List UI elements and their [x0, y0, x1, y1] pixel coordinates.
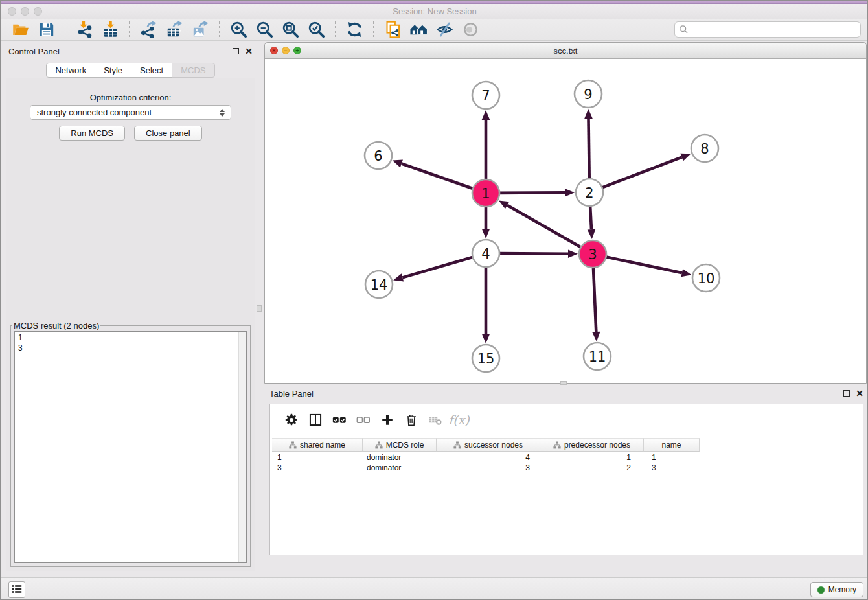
table-cell[interactable]: 3: [437, 463, 540, 473]
column-header-shared-name[interactable]: shared name: [272, 438, 363, 452]
run-mcds-button[interactable]: Run MCDS: [59, 126, 125, 141]
window-title: Session: New Session: [1, 6, 868, 16]
tab-mcds[interactable]: MCDS: [172, 63, 214, 78]
graph-edge-3-11[interactable]: [592, 266, 600, 341]
graph-node-1[interactable]: 1: [472, 179, 499, 207]
settings-button[interactable]: [279, 409, 303, 431]
graph-edge-2-9[interactable]: [584, 109, 593, 180]
graph-edge-3-10[interactable]: [605, 257, 692, 277]
zoom-selected-button[interactable]: [303, 19, 329, 40]
graph-node-3[interactable]: 3: [579, 240, 606, 268]
open-session-button[interactable]: [7, 19, 33, 40]
network-close-button[interactable]: ×: [270, 47, 278, 54]
network-maximize-button[interactable]: +: [293, 47, 301, 54]
network-window-titlebar[interactable]: × − + scc.txt: [265, 43, 866, 59]
table-panel-header: Table Panel ✕: [264, 386, 868, 401]
graph-edge-4-3[interactable]: [498, 249, 578, 258]
columns-button[interactable]: [303, 409, 327, 431]
graph-edge-2-3[interactable]: [588, 205, 596, 239]
float-panel-icon[interactable]: [233, 48, 239, 54]
select-all-button[interactable]: [327, 409, 351, 431]
close-panel-button[interactable]: Close panel: [134, 126, 202, 141]
graph-edge-1-7[interactable]: [482, 110, 490, 181]
tab-style[interactable]: Style: [95, 63, 131, 78]
tab-select[interactable]: Select: [131, 63, 172, 78]
network-minimize-button[interactable]: −: [282, 47, 290, 54]
graph-node-15[interactable]: 15: [472, 345, 499, 372]
zoom-window-button[interactable]: [34, 7, 42, 16]
zoom-in-button[interactable]: [225, 19, 251, 40]
table-cell[interactable]: 2: [540, 463, 644, 473]
hide-selected-icon: [436, 21, 453, 38]
import-table-button[interactable]: [97, 19, 123, 40]
zoom-out-button[interactable]: [251, 19, 277, 40]
graph-edge-1-6[interactable]: [393, 160, 474, 189]
refresh-button[interactable]: [341, 19, 367, 40]
table-cell[interactable]: dominator: [363, 463, 437, 473]
table-cell[interactable]: dominator: [363, 452, 437, 463]
hide-selected-button[interactable]: [431, 19, 457, 40]
graph-node-4[interactable]: 4: [472, 240, 499, 267]
export-image-button[interactable]: [187, 19, 213, 40]
clone-network-button[interactable]: [380, 19, 405, 40]
table-cell[interactable]: 3: [644, 463, 700, 473]
mcds-result-text: 1 3: [15, 332, 246, 354]
add-row-button[interactable]: [375, 409, 399, 431]
column-header-successor-nodes[interactable]: successor nodes: [437, 438, 540, 452]
graph-edge-3-1[interactable]: [499, 200, 582, 248]
export-table-button[interactable]: [161, 19, 187, 40]
close-table-panel-icon[interactable]: ✕: [856, 389, 863, 398]
graph-node-7[interactable]: 7: [472, 82, 499, 109]
column-label: name: [661, 441, 681, 450]
graph-edge-4-15[interactable]: [482, 266, 490, 343]
delete-row-button[interactable]: [399, 409, 423, 431]
graph-node-11[interactable]: 11: [584, 343, 611, 370]
float-table-panel-icon[interactable]: [843, 390, 850, 397]
graph-node-9[interactable]: 9: [575, 80, 602, 108]
close-panel-icon[interactable]: ✕: [245, 47, 253, 56]
memory-button[interactable]: Memory: [810, 582, 863, 597]
delete-table-button: [423, 409, 447, 431]
criterion-select[interactable]: strongly connected component: [30, 105, 231, 120]
graph-node-8[interactable]: 8: [691, 135, 718, 162]
result-scrollbar[interactable]: [238, 332, 246, 562]
table-cell[interactable]: 4: [437, 452, 540, 463]
graph-node-2[interactable]: 2: [576, 179, 603, 206]
table-cell[interactable]: 3: [272, 463, 363, 473]
close-window-button[interactable]: [8, 7, 16, 16]
show-all-button[interactable]: [457, 19, 483, 40]
graph-node-14[interactable]: 14: [365, 271, 393, 298]
export-network-button[interactable]: [135, 19, 161, 40]
table-cell[interactable]: 1: [540, 452, 644, 463]
table-row[interactable]: 3dominator323: [272, 463, 862, 473]
delete-row-icon: [404, 413, 418, 427]
column-header-name[interactable]: name: [644, 438, 700, 452]
column-label: predecessor nodes: [564, 441, 630, 450]
graph-edge-1-2[interactable]: [498, 189, 575, 197]
search-input[interactable]: [674, 21, 861, 38]
network-canvas[interactable]: 7968124314101511: [265, 59, 866, 383]
zoom-fit-button[interactable]: [277, 19, 303, 40]
task-history-button[interactable]: [8, 581, 25, 598]
table-row[interactable]: 1dominator411: [272, 452, 862, 463]
import-network-button[interactable]: [71, 19, 97, 40]
column-header-MCDS-role[interactable]: MCDS role: [363, 438, 437, 452]
home-button[interactable]: [405, 19, 431, 40]
function-builder-button: f(x): [447, 409, 471, 431]
save-session-button[interactable]: [33, 19, 59, 40]
graph-edge-4-14[interactable]: [393, 257, 474, 281]
deselect-all-button[interactable]: [351, 409, 375, 431]
table-cell[interactable]: 1: [644, 452, 700, 463]
vertical-splitter-grip[interactable]: [257, 305, 262, 312]
graph-edge-1-4[interactable]: [482, 205, 490, 238]
graph-node-10[interactable]: 10: [692, 264, 720, 292]
graph-node-6[interactable]: 6: [365, 142, 392, 169]
mcds-result-list[interactable]: 1 3: [14, 331, 247, 563]
column-header-predecessor-nodes[interactable]: predecessor nodes: [540, 438, 644, 452]
graph-edge-2-8[interactable]: [601, 154, 691, 189]
tab-network[interactable]: Network: [46, 63, 95, 78]
minimize-window-button[interactable]: [21, 7, 29, 16]
table-cell[interactable]: 1: [272, 452, 363, 463]
horizontal-splitter-grip[interactable]: [560, 381, 567, 385]
control-panel-title: Control Panel: [8, 47, 60, 56]
